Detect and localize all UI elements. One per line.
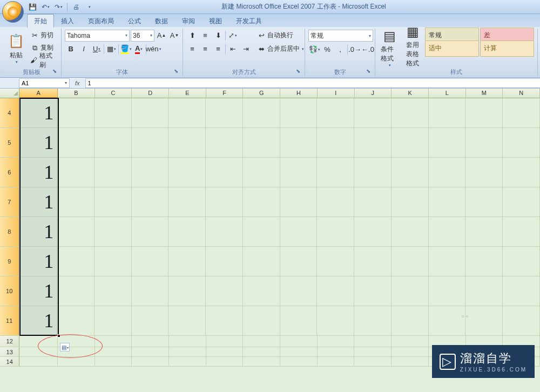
cell-E11[interactable] — [168, 306, 206, 335]
cell-C12[interactable] — [95, 336, 132, 347]
cell-M9[interactable] — [465, 247, 503, 276]
grow-font-button[interactable]: A▲ — [156, 30, 167, 41]
font-size-combo[interactable]: 36▾ — [131, 30, 154, 42]
cell-A8[interactable]: 1 — [19, 217, 57, 246]
formula-input[interactable]: 1 — [85, 78, 540, 88]
cell-H13[interactable] — [280, 347, 318, 356]
align-right-button[interactable]: ≡ — [212, 43, 224, 55]
cell-B6[interactable] — [57, 158, 94, 187]
align-bottom-button[interactable]: ⬇ — [212, 30, 224, 41]
tab-view[interactable]: 视图 — [202, 14, 229, 28]
align-center-button[interactable]: ≡ — [199, 43, 211, 55]
phonetic-button[interactable]: wén▾ — [147, 43, 159, 55]
cell-N4[interactable] — [503, 98, 540, 127]
col-header-B[interactable]: B — [58, 89, 95, 98]
tab-review[interactable]: 审阅 — [175, 14, 202, 28]
cell-J11[interactable] — [354, 306, 392, 335]
cell-G14[interactable] — [243, 357, 280, 366]
qat-customize-icon[interactable]: ▾ — [84, 2, 94, 12]
col-header-L[interactable]: L — [429, 89, 466, 98]
cell-C10[interactable] — [94, 276, 132, 306]
cell-J13[interactable] — [354, 347, 392, 356]
cell-G11[interactable] — [243, 306, 280, 335]
name-box[interactable]: A1▾ — [19, 78, 70, 88]
office-button[interactable] — [2, 1, 24, 23]
autofill-options-button[interactable]: ▤▾ — [60, 343, 70, 352]
orientation-button[interactable]: ⤢▾ — [227, 30, 239, 41]
border-button[interactable]: ▦▾ — [105, 43, 117, 55]
cell-style-neutral[interactable]: 适中 — [425, 40, 479, 57]
cell-J14[interactable] — [354, 357, 392, 366]
cell-L10[interactable] — [429, 276, 466, 306]
cell-G8[interactable] — [243, 217, 280, 246]
col-header-H[interactable]: H — [280, 89, 318, 98]
cell-L8[interactable] — [429, 217, 466, 246]
row-header-5[interactable]: 5 — [0, 128, 19, 157]
format-painter-button[interactable]: 🖌格式刷 — [29, 55, 58, 66]
cell-M10[interactable] — [465, 276, 503, 306]
launcher-icon[interactable]: ⬊ — [366, 68, 370, 74]
cell-E6[interactable] — [168, 158, 206, 187]
cell-B4[interactable] — [57, 98, 94, 127]
cell-M6[interactable] — [465, 158, 503, 187]
cell-G4[interactable] — [243, 98, 280, 127]
launcher-icon[interactable]: ⬊ — [52, 68, 57, 74]
align-middle-button[interactable]: ≡ — [199, 30, 211, 41]
cell-I6[interactable] — [317, 158, 354, 187]
cell-M7[interactable] — [465, 187, 503, 217]
row-header-7[interactable]: 7 — [0, 187, 19, 217]
col-header-I[interactable]: I — [318, 89, 355, 98]
cell-D13[interactable] — [132, 347, 169, 356]
cell-F13[interactable] — [206, 347, 244, 356]
cell-A6[interactable]: 1 — [19, 158, 57, 187]
cell-F6[interactable] — [206, 158, 243, 187]
cell-A13[interactable] — [19, 347, 58, 356]
cell-G9[interactable] — [243, 247, 280, 276]
cell-A4[interactable]: 1 — [19, 98, 57, 127]
comma-button[interactable]: , — [334, 44, 346, 55]
cell-F5[interactable] — [206, 128, 243, 157]
cell-J9[interactable] — [354, 247, 392, 276]
cell-N9[interactable] — [503, 247, 540, 276]
cell-C7[interactable] — [94, 187, 132, 217]
cell-C9[interactable] — [94, 247, 132, 276]
cell-J12[interactable] — [354, 336, 392, 347]
cell-I11[interactable] — [317, 306, 354, 335]
cell-D11[interactable] — [132, 306, 169, 335]
font-color-button[interactable]: A▾ — [133, 43, 145, 55]
cell-H5[interactable] — [280, 128, 318, 157]
cell-A7[interactable]: 1 — [19, 187, 57, 217]
col-header-A[interactable]: A — [19, 89, 58, 98]
cell-B7[interactable] — [57, 187, 94, 217]
cell-H7[interactable] — [280, 187, 318, 217]
cell-L6[interactable] — [429, 158, 466, 187]
qat-print-icon[interactable]: 🖨 — [71, 2, 82, 12]
cell-I7[interactable] — [317, 187, 354, 217]
cell-B10[interactable] — [57, 276, 94, 306]
wrap-text-button[interactable]: ↩自动换行 — [255, 30, 303, 41]
tab-formulas[interactable]: 公式 — [121, 14, 148, 28]
cell-G13[interactable] — [243, 347, 280, 356]
cell-H6[interactable] — [280, 158, 318, 187]
cell-B9[interactable] — [57, 247, 94, 276]
cell-B5[interactable] — [57, 128, 94, 157]
fill-handle[interactable] — [57, 334, 60, 337]
tab-developer[interactable]: 开发工具 — [229, 14, 269, 28]
cell-style-calc[interactable]: 计算 — [480, 40, 534, 57]
cell-K13[interactable] — [392, 347, 429, 356]
cell-K8[interactable] — [392, 217, 429, 246]
cell-L11[interactable] — [429, 306, 466, 335]
cell-N11[interactable] — [503, 306, 540, 335]
tab-home[interactable]: 开始 — [27, 14, 54, 28]
qat-save-icon[interactable]: 💾 — [27, 2, 38, 12]
tab-pagelayout[interactable]: 页面布局 — [81, 14, 121, 28]
increase-decimal-button[interactable]: .0→ — [349, 44, 361, 55]
cell-A5[interactable]: 1 — [19, 128, 57, 157]
cell-M11[interactable] — [465, 306, 503, 335]
decrease-decimal-button[interactable]: ←.0 — [362, 44, 374, 55]
cell-F11[interactable] — [206, 306, 243, 335]
cell-I13[interactable] — [318, 347, 355, 356]
cell-E4[interactable] — [168, 98, 206, 127]
cell-H10[interactable] — [280, 276, 318, 306]
cell-J6[interactable] — [354, 158, 392, 187]
